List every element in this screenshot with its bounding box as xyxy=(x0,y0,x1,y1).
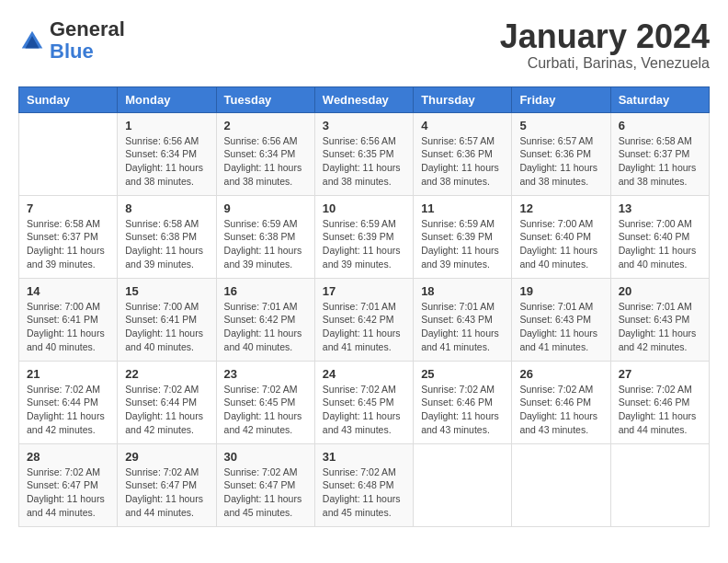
calendar-cell: 17Sunrise: 7:01 AMSunset: 6:42 PMDayligh… xyxy=(314,278,413,361)
calendar-cell: 18Sunrise: 7:01 AMSunset: 6:43 PMDayligh… xyxy=(414,278,512,361)
logo: General Blue xyxy=(18,18,125,63)
calendar-cell: 28Sunrise: 7:02 AMSunset: 6:47 PMDayligh… xyxy=(19,443,118,526)
calendar-week-row: 14Sunrise: 7:00 AMSunset: 6:41 PMDayligh… xyxy=(19,278,710,361)
calendar-cell: 5Sunrise: 6:57 AMSunset: 6:36 PMDaylight… xyxy=(512,112,610,195)
weekday-header-saturday: Saturday xyxy=(610,86,709,112)
calendar-cell: 19Sunrise: 7:01 AMSunset: 6:43 PMDayligh… xyxy=(512,278,610,361)
calendar-cell: 13Sunrise: 7:00 AMSunset: 6:40 PMDayligh… xyxy=(610,195,709,278)
day-number: 23 xyxy=(224,367,307,381)
title-block: January 2024 Curbati, Barinas, Venezuela xyxy=(500,18,710,72)
day-number: 8 xyxy=(125,201,208,215)
day-info: Sunrise: 6:59 AMSunset: 6:39 PMDaylight:… xyxy=(421,217,504,271)
day-info: Sunrise: 7:00 AMSunset: 6:40 PMDaylight:… xyxy=(619,217,701,271)
day-number: 7 xyxy=(27,201,109,215)
day-info: Sunrise: 7:01 AMSunset: 6:43 PMDaylight:… xyxy=(421,300,504,354)
day-info: Sunrise: 6:58 AMSunset: 6:37 PMDaylight:… xyxy=(619,134,701,189)
day-info: Sunrise: 7:02 AMSunset: 6:46 PMDaylight:… xyxy=(421,383,504,437)
day-number: 14 xyxy=(27,284,109,298)
day-info: Sunrise: 7:02 AMSunset: 6:46 PMDaylight:… xyxy=(519,383,602,437)
day-info: Sunrise: 6:56 AMSunset: 6:34 PMDaylight:… xyxy=(224,134,307,189)
day-number: 22 xyxy=(125,367,208,381)
day-number: 11 xyxy=(421,201,504,215)
weekday-header-thursday: Thursday xyxy=(414,86,512,112)
calendar-cell: 16Sunrise: 7:01 AMSunset: 6:42 PMDayligh… xyxy=(216,278,314,361)
calendar-cell: 31Sunrise: 7:02 AMSunset: 6:48 PMDayligh… xyxy=(314,443,413,526)
logo-general-text: General xyxy=(50,18,125,40)
weekday-header-tuesday: Tuesday xyxy=(216,86,314,112)
weekday-header-monday: Monday xyxy=(118,86,216,112)
calendar-cell: 1Sunrise: 6:56 AMSunset: 6:34 PMDaylight… xyxy=(118,112,216,195)
day-info: Sunrise: 7:02 AMSunset: 6:44 PMDaylight:… xyxy=(27,383,109,437)
logo-icon xyxy=(18,28,46,55)
weekday-header-friday: Friday xyxy=(512,86,610,112)
calendar-cell: 20Sunrise: 7:01 AMSunset: 6:43 PMDayligh… xyxy=(610,278,709,361)
day-info: Sunrise: 6:59 AMSunset: 6:39 PMDaylight:… xyxy=(323,217,405,271)
day-number: 9 xyxy=(224,201,307,215)
calendar-cell xyxy=(610,443,709,526)
day-info: Sunrise: 7:00 AMSunset: 6:41 PMDaylight:… xyxy=(125,300,208,354)
day-info: Sunrise: 6:56 AMSunset: 6:35 PMDaylight:… xyxy=(323,134,405,189)
day-info: Sunrise: 6:57 AMSunset: 6:36 PMDaylight:… xyxy=(421,134,504,189)
page-header: General Blue January 2024 Curbati, Barin… xyxy=(18,18,710,72)
logo-text: General Blue xyxy=(50,18,125,63)
day-number: 12 xyxy=(519,201,602,215)
calendar-cell: 30Sunrise: 7:02 AMSunset: 6:47 PMDayligh… xyxy=(216,443,314,526)
day-info: Sunrise: 6:58 AMSunset: 6:38 PMDaylight:… xyxy=(125,217,208,271)
logo-blue-text: Blue xyxy=(50,40,125,63)
day-info: Sunrise: 7:02 AMSunset: 6:44 PMDaylight:… xyxy=(125,383,208,437)
day-number: 29 xyxy=(125,450,208,464)
day-info: Sunrise: 7:00 AMSunset: 6:41 PMDaylight:… xyxy=(27,300,109,354)
day-number: 15 xyxy=(125,284,208,298)
day-number: 21 xyxy=(27,367,109,381)
day-number: 26 xyxy=(519,367,602,381)
calendar-cell: 26Sunrise: 7:02 AMSunset: 6:46 PMDayligh… xyxy=(512,361,610,443)
day-number: 5 xyxy=(519,119,602,132)
day-number: 4 xyxy=(421,119,504,132)
calendar-cell: 22Sunrise: 7:02 AMSunset: 6:44 PMDayligh… xyxy=(118,361,216,443)
day-number: 1 xyxy=(125,119,208,132)
calendar-cell xyxy=(512,443,610,526)
calendar-cell xyxy=(414,443,512,526)
day-info: Sunrise: 6:58 AMSunset: 6:37 PMDaylight:… xyxy=(27,217,109,271)
day-info: Sunrise: 7:01 AMSunset: 6:43 PMDaylight:… xyxy=(519,300,602,354)
day-info: Sunrise: 7:02 AMSunset: 6:45 PMDaylight:… xyxy=(224,383,307,437)
day-number: 20 xyxy=(619,284,701,298)
day-number: 25 xyxy=(421,367,504,381)
calendar-cell: 21Sunrise: 7:02 AMSunset: 6:44 PMDayligh… xyxy=(19,361,118,443)
day-info: Sunrise: 7:02 AMSunset: 6:46 PMDaylight:… xyxy=(619,383,701,437)
day-number: 13 xyxy=(619,201,701,215)
calendar-cell: 12Sunrise: 7:00 AMSunset: 6:40 PMDayligh… xyxy=(512,195,610,278)
month-title: January 2024 xyxy=(500,18,710,55)
day-info: Sunrise: 7:01 AMSunset: 6:42 PMDaylight:… xyxy=(323,300,405,354)
calendar-cell xyxy=(19,112,118,195)
day-info: Sunrise: 6:59 AMSunset: 6:38 PMDaylight:… xyxy=(224,217,307,271)
calendar-cell: 6Sunrise: 6:58 AMSunset: 6:37 PMDaylight… xyxy=(610,112,709,195)
calendar-week-row: 7Sunrise: 6:58 AMSunset: 6:37 PMDaylight… xyxy=(19,195,710,278)
day-info: Sunrise: 7:01 AMSunset: 6:42 PMDaylight:… xyxy=(224,300,307,354)
day-number: 30 xyxy=(224,450,307,464)
day-info: Sunrise: 7:02 AMSunset: 6:48 PMDaylight:… xyxy=(323,465,405,520)
calendar-cell: 23Sunrise: 7:02 AMSunset: 6:45 PMDayligh… xyxy=(216,361,314,443)
calendar-cell: 14Sunrise: 7:00 AMSunset: 6:41 PMDayligh… xyxy=(19,278,118,361)
day-info: Sunrise: 7:01 AMSunset: 6:43 PMDaylight:… xyxy=(619,300,701,354)
calendar-cell: 29Sunrise: 7:02 AMSunset: 6:47 PMDayligh… xyxy=(118,443,216,526)
day-info: Sunrise: 7:00 AMSunset: 6:40 PMDaylight:… xyxy=(519,217,602,271)
calendar-week-row: 28Sunrise: 7:02 AMSunset: 6:47 PMDayligh… xyxy=(19,443,710,526)
day-number: 6 xyxy=(619,119,701,132)
day-number: 17 xyxy=(323,284,405,298)
calendar-cell: 7Sunrise: 6:58 AMSunset: 6:37 PMDaylight… xyxy=(19,195,118,278)
location-text: Curbati, Barinas, Venezuela xyxy=(500,55,710,72)
day-number: 31 xyxy=(323,450,405,464)
weekday-header-wednesday: Wednesday xyxy=(314,86,413,112)
weekday-header-sunday: Sunday xyxy=(19,86,118,112)
day-number: 3 xyxy=(323,119,405,132)
day-info: Sunrise: 6:56 AMSunset: 6:34 PMDaylight:… xyxy=(125,134,208,189)
day-info: Sunrise: 7:02 AMSunset: 6:47 PMDaylight:… xyxy=(224,465,307,520)
calendar-cell: 15Sunrise: 7:00 AMSunset: 6:41 PMDayligh… xyxy=(118,278,216,361)
calendar-week-row: 21Sunrise: 7:02 AMSunset: 6:44 PMDayligh… xyxy=(19,361,710,443)
day-info: Sunrise: 7:02 AMSunset: 6:45 PMDaylight:… xyxy=(323,383,405,437)
day-number: 10 xyxy=(323,201,405,215)
calendar-cell: 25Sunrise: 7:02 AMSunset: 6:46 PMDayligh… xyxy=(414,361,512,443)
calendar-cell: 24Sunrise: 7:02 AMSunset: 6:45 PMDayligh… xyxy=(314,361,413,443)
calendar-cell: 27Sunrise: 7:02 AMSunset: 6:46 PMDayligh… xyxy=(610,361,709,443)
